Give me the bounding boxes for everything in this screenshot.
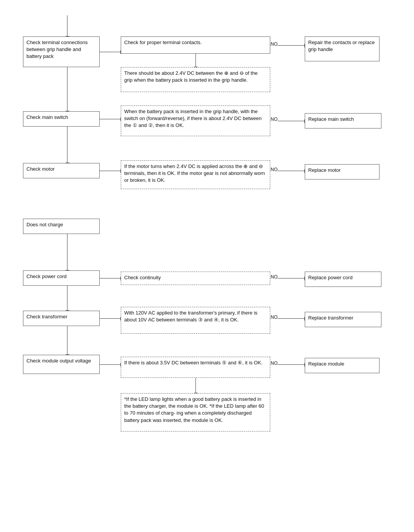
no-label-1: NO bbox=[271, 41, 278, 47]
replace-transformer-box: Replace transformer bbox=[305, 312, 381, 327]
main-switch-note-box: When the battery pack is inserted in the… bbox=[121, 105, 270, 136]
v-line-terminal-down2 bbox=[67, 90, 67, 111]
no-label-6: NO bbox=[271, 361, 278, 366]
module-note-box: If there is about 3.5V DC between termin… bbox=[121, 357, 270, 378]
module-final-note-box: *If the LED lamp lights when a good batt… bbox=[121, 393, 270, 432]
arrow-motor-to-note bbox=[100, 171, 121, 171]
check-main-switch-box: Check main switch bbox=[23, 111, 100, 127]
check-terminal-box: Check terminal connections between grip … bbox=[23, 36, 100, 67]
check-terminal-contacts-box: Check for proper terminal contacts. bbox=[121, 36, 270, 54]
arrow-no-replace-power-cord bbox=[282, 278, 305, 278]
no-label-4: NO bbox=[271, 274, 278, 280]
arrow-no-replace-motor bbox=[282, 171, 305, 171]
arrow-main-switch-to-note bbox=[100, 119, 121, 119]
arrow-no-replace-switch bbox=[282, 121, 305, 121]
arrow-transformer-to-note bbox=[100, 318, 121, 319]
arrow-no-replace-module bbox=[282, 364, 305, 365]
replace-motor-box: Replace motor bbox=[305, 164, 380, 180]
replace-module-box: Replace module bbox=[305, 358, 380, 373]
arrow-terminal-to-contacts bbox=[100, 52, 121, 52]
terminal-note-box: There should be about 2.4V DC between th… bbox=[121, 67, 270, 92]
v-line-switch-to-motor bbox=[67, 127, 67, 163]
no-label-3: NO bbox=[271, 167, 278, 172]
arrow-contacts-to-note bbox=[196, 54, 196, 67]
v-line-terminal-down bbox=[67, 67, 67, 90]
v-line-module-to-final bbox=[196, 378, 196, 393]
does-not-charge-box: Does not charge bbox=[23, 219, 100, 234]
no-label-5: NO bbox=[271, 315, 278, 320]
transformer-note-box: With 120V AC applied to the transformer'… bbox=[121, 307, 270, 334]
check-continuity-box: Check continuity bbox=[121, 272, 270, 285]
arrow-no-to-repair bbox=[282, 45, 305, 46]
repair-contacts-box: Repair the contacts or replace grip hand… bbox=[305, 36, 380, 61]
v-line-transformer-to-module bbox=[67, 326, 67, 355]
motor-note-box: If the motor turns when 2.4V DC is appli… bbox=[121, 160, 270, 189]
arrow-module-to-note bbox=[100, 364, 121, 365]
check-module-box: Check module output voltage bbox=[23, 355, 100, 374]
check-motor-box: Check motor bbox=[23, 163, 100, 178]
v-line-charge-down bbox=[67, 234, 67, 270]
no-label-2: NO bbox=[271, 117, 278, 122]
v-line-cord-to-transformer bbox=[67, 286, 67, 311]
check-transformer-box: Check transformer bbox=[23, 311, 100, 326]
check-power-cord-box: Check power cord bbox=[23, 270, 100, 286]
replace-power-cord-box: Replace power cord bbox=[305, 272, 381, 287]
arrow-no-replace-transformer bbox=[282, 318, 305, 319]
entry-line-top bbox=[67, 15, 67, 36]
arrow-power-cord-to-continuity bbox=[100, 278, 121, 278]
replace-main-switch-box: Replace main switch bbox=[305, 113, 381, 128]
